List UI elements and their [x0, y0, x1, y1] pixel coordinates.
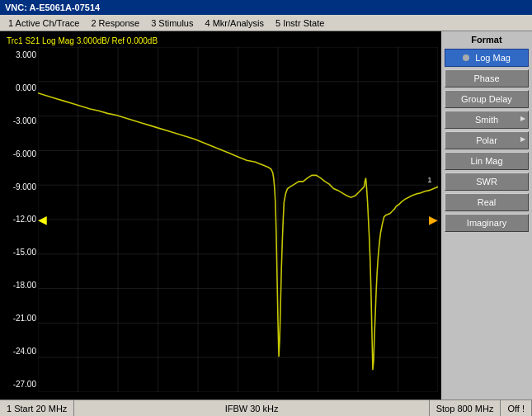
- y-label-3: -6.000: [5, 149, 36, 158]
- btn-real[interactable]: Real: [445, 193, 529, 211]
- status-center: IFBW 30 kHz: [74, 400, 429, 416]
- btn-swr[interactable]: SWR: [445, 173, 529, 191]
- dot-indicator: [463, 54, 469, 61]
- btn-log-mag[interactable]: Log Mag: [445, 49, 529, 67]
- y-label-6: -15.00: [5, 248, 36, 257]
- svg-text:1: 1: [427, 175, 431, 184]
- btn-imaginary[interactable]: Imaginary: [445, 214, 529, 232]
- right-panel: Format Log Mag Phase Group Delay Smith P…: [441, 31, 532, 399]
- y-label-4: -9.000: [5, 182, 36, 191]
- chart-header: Trc1 S21 Log Mag 3.000dB/ Ref 0.000dB: [3, 35, 438, 47]
- main-content: Trc1 S21 Log Mag 3.000dB/ Ref 0.000dB 3.…: [0, 31, 532, 399]
- y-axis: 3.000 0.000 -3.000 -6.000 -9.000 -12.00 …: [3, 47, 38, 392]
- format-label: Format: [445, 35, 529, 45]
- menu-stimulus[interactable]: 3 Stimulus: [146, 17, 198, 30]
- btn-phase[interactable]: Phase: [445, 69, 529, 87]
- btn-smith[interactable]: Smith: [445, 111, 529, 129]
- title-bar: VNC: A-E5061A-07514: [0, 0, 532, 15]
- y-label-8: -21.00: [5, 314, 36, 323]
- chart-wrapper: 3.000 0.000 -3.000 -6.000 -9.000 -12.00 …: [3, 47, 438, 392]
- btn-group-delay[interactable]: Group Delay: [445, 90, 529, 108]
- menu-active-ch[interactable]: 1 Active Ch/Trace: [3, 17, 84, 30]
- menu-mkr[interactable]: 4 Mkr/Analysis: [200, 17, 269, 30]
- menu-instr[interactable]: 5 Instr State: [271, 17, 329, 30]
- chart-container: Trc1 S21 Log Mag 3.000dB/ Ref 0.000dB 3.…: [0, 31, 441, 399]
- status-stop: Stop 800 MHz: [430, 400, 501, 416]
- y-label-10: -27.00: [5, 380, 36, 389]
- title-text: VNC: A-E5061A-07514: [5, 2, 100, 12]
- status-start: 1 Start 20 MHz: [0, 400, 74, 416]
- left-marker: ◀: [38, 213, 47, 226]
- menu-bar: 1 Active Ch/Trace 2 Response 3 Stimulus …: [0, 15, 532, 31]
- y-label-9: -24.00: [5, 347, 36, 356]
- y-label-5: -12.00: [5, 215, 36, 224]
- chart-header-text: Trc1 S21 Log Mag 3.000dB/ Ref 0.000dB: [7, 36, 158, 45]
- y-label-2: -3.000: [5, 116, 36, 125]
- menu-response[interactable]: 2 Response: [86, 17, 144, 30]
- y-label-7: -18.00: [5, 281, 36, 290]
- chart-svg-area: ◀ ▶: [38, 47, 438, 392]
- y-label-1: 0.000: [5, 83, 36, 92]
- btn-lin-mag[interactable]: Lin Mag: [445, 152, 529, 170]
- right-marker: ▶: [429, 213, 438, 226]
- chart-svg: 1: [38, 47, 438, 392]
- btn-polar[interactable]: Polar: [445, 131, 529, 149]
- status-bar: 1 Start 20 MHz IFBW 30 kHz Stop 800 MHz …: [0, 399, 532, 416]
- status-off: Off !: [501, 400, 532, 416]
- y-label-0: 3.000: [5, 50, 36, 59]
